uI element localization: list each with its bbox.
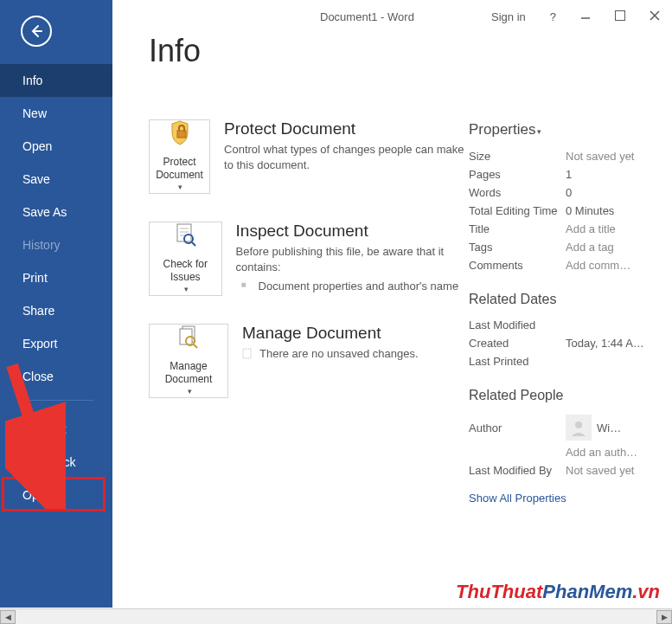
manage-desc: There are no unsaved changes.: [242, 346, 419, 362]
prop-title[interactable]: TitleAdd a title: [469, 220, 653, 238]
main-area: Document1 - Word Sign in ? Info: [112, 0, 672, 608]
minimize-button[interactable]: [568, 10, 603, 23]
titlebar: Document1 - Word Sign in ?: [112, 0, 672, 33]
nav-info[interactable]: Info: [0, 64, 112, 97]
prop-created: CreatedToday, 1:44 A…: [469, 334, 653, 352]
nav-feedback[interactable]: Feedback: [0, 446, 112, 479]
document-magnifier-icon: [172, 222, 198, 253]
chevron-down-icon: ▾: [188, 387, 192, 397]
protect-document-button[interactable]: Protect Document▾: [149, 119, 210, 194]
minimize-icon: [580, 10, 591, 21]
prop-tags[interactable]: TagsAdd a tag: [469, 238, 653, 256]
properties-panel: Properties▾ SizeNot saved yet Pages1 Wor…: [469, 119, 672, 608]
nav-export[interactable]: Export: [0, 327, 112, 360]
horizontal-scrollbar[interactable]: ◀ ▶: [0, 608, 672, 624]
manage-title: Manage Document: [242, 324, 419, 343]
help-button[interactable]: ?: [538, 10, 568, 23]
prop-words: Words0: [469, 183, 653, 202]
back-button[interactable]: [21, 16, 52, 47]
manage-section: Manage Document▾ Manage Document There a…: [149, 324, 469, 398]
prop-size: SizeNot saved yet: [469, 147, 653, 165]
inspect-item: Document properties and author's name: [241, 279, 469, 294]
properties-header[interactable]: Properties▾: [469, 121, 653, 138]
inspect-section: Check for Issues▾ Inspect Document Befor…: [149, 222, 469, 296]
prop-editing-time: Total Editing Time0 Minutes: [469, 202, 653, 220]
chevron-down-icon: ▾: [537, 127, 541, 136]
chevron-down-icon: ▾: [184, 285, 189, 295]
show-all-properties-link[interactable]: Show All Properties: [469, 492, 566, 505]
scroll-right-button[interactable]: ▶: [656, 610, 672, 624]
close-window-button[interactable]: [637, 10, 672, 23]
info-center-column: Protect Document▾ Protect Document Contr…: [149, 119, 469, 608]
protect-section: Protect Document▾ Protect Document Contr…: [149, 119, 469, 194]
nav-history[interactable]: History: [0, 228, 112, 261]
protect-desc: Control what types of changes people can…: [224, 142, 469, 173]
manage-button-label: Manage Document: [153, 360, 224, 387]
nav-new[interactable]: New: [0, 97, 112, 130]
check-issues-button[interactable]: Check for Issues▾: [149, 222, 222, 296]
backstage-sidebar: Info New Open Save Save As History Print…: [0, 0, 112, 608]
page-title: Info: [112, 33, 672, 69]
nav-close[interactable]: Close: [0, 360, 112, 393]
prop-last-modified: Last Modified: [469, 316, 653, 334]
inspect-desc: Before publishing this file, be aware th…: [236, 244, 469, 275]
svg-point-7: [575, 421, 582, 428]
prop-last-printed: Last Printed: [469, 352, 653, 370]
nav-open[interactable]: Open: [0, 130, 112, 163]
avatar: [566, 415, 592, 441]
prop-comments[interactable]: CommentsAdd comm…: [469, 256, 653, 274]
arrow-left-icon: [29, 23, 44, 39]
related-dates-header: Related Dates: [469, 292, 653, 307]
nav-options[interactable]: Options: [0, 479, 112, 511]
scroll-left-button[interactable]: ◀: [0, 610, 16, 624]
chevron-down-icon: ▾: [178, 183, 182, 193]
related-people-header: Related People: [469, 388, 653, 403]
nav-print[interactable]: Print: [0, 261, 112, 294]
document-stack-icon: [176, 325, 202, 355]
lock-shield-icon: [167, 120, 193, 151]
document-icon: [242, 348, 253, 363]
person-icon: [570, 419, 587, 436]
protect-button-label: Protect Document: [153, 156, 206, 183]
nav-share[interactable]: Share: [0, 294, 112, 327]
nav-divider: [19, 400, 93, 401]
sign-in-link[interactable]: Sign in: [479, 10, 538, 23]
close-icon: [650, 10, 660, 21]
nav-save-as[interactable]: Save As: [0, 196, 112, 228]
svg-rect-6: [243, 349, 251, 358]
nav-account[interactable]: Account: [0, 413, 112, 446]
svg-rect-0: [177, 131, 186, 138]
nav-save[interactable]: Save: [0, 163, 112, 196]
protect-title: Protect Document: [224, 119, 469, 138]
prop-pages: Pages1: [469, 165, 653, 183]
prop-last-modified-by: Last Modified ByNot saved yet: [469, 461, 653, 479]
watermark: ThuThuatPhanMem.vn: [456, 581, 660, 603]
inspect-title: Inspect Document: [236, 222, 469, 241]
maximize-button[interactable]: [603, 10, 637, 23]
prop-add-author[interactable]: Add an auth…: [469, 443, 653, 461]
manage-document-button[interactable]: Manage Document▾: [149, 324, 228, 398]
check-issues-label: Check for Issues: [153, 258, 218, 285]
document-title: Document1 - Word: [320, 10, 414, 23]
maximize-icon: [615, 10, 625, 21]
prop-author: Author Wi…: [469, 412, 653, 443]
